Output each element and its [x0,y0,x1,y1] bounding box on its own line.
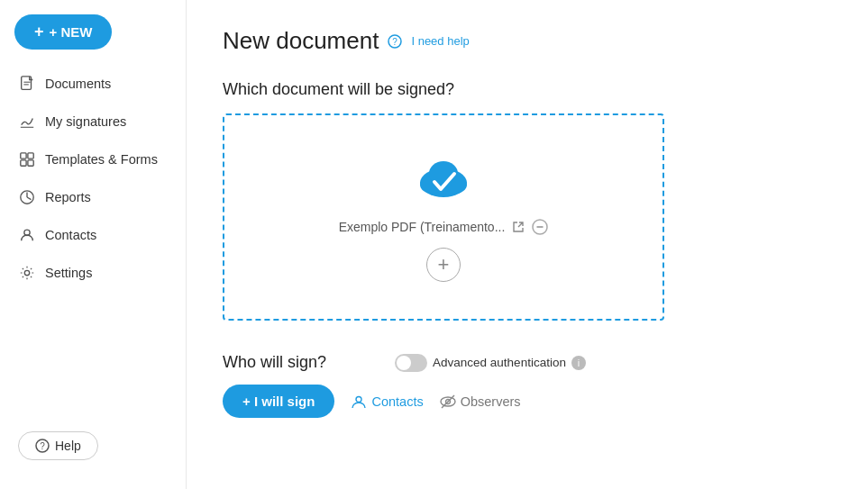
page-header: New document ? I need help [223,27,832,55]
auth-info-icon[interactable]: i [571,356,586,370]
observers-link[interactable]: Observers [440,394,521,410]
sidebar-item-templates-forms[interactable]: Templates & Forms [0,141,186,177]
settings-icon [18,264,36,282]
help-link-text: I need help [411,34,469,48]
observers-link-label: Observers [461,394,521,409]
auth-label: Advanced authentication [433,356,566,369]
page-title: New document [223,27,379,55]
svg-point-21 [356,396,361,402]
i-will-sign-button[interactable]: + I will sign [223,385,334,418]
plus-icon: + [34,23,44,41]
help-circle-icon: ? [35,439,50,453]
sidebar-item-contacts[interactable]: Contacts [0,217,186,253]
sign-buttons-row: + I will sign Contacts [223,385,832,418]
svg-rect-7 [28,160,33,166]
sidebar-item-reports-label: Reports [45,190,91,204]
svg-rect-6 [21,160,26,166]
sidebar-item-settings-label: Settings [45,266,92,280]
external-link-icon[interactable] [512,221,525,233]
help-button-label: Help [55,439,81,453]
help-question-icon: ? [388,34,402,49]
sidebar-item-settings[interactable]: Settings [0,255,186,291]
help-link[interactable]: I need help [411,34,469,48]
templates-icon [18,150,36,168]
new-button-label: + NEW [50,24,93,40]
sidebar-item-documents[interactable]: Documents [0,66,186,102]
cloud-upload-icon [412,152,475,206]
remove-file-icon[interactable] [532,219,548,235]
main-content: New document ? I need help Which documen… [187,0,868,489]
who-will-sign-section: Who will sign? Advanced authentication i… [223,353,832,418]
sidebar-item-my-signatures-label: My signatures [45,114,126,129]
contacts-link-label: Contacts [371,394,423,409]
sidebar-item-my-signatures[interactable]: My signatures [0,104,186,140]
svg-text:?: ? [40,441,45,451]
contacts-link[interactable]: Contacts [351,394,423,410]
sidebar-item-reports[interactable]: Reports [0,179,186,215]
advanced-auth-toggle[interactable] [395,354,427,372]
i-will-sign-label: + I will sign [242,394,315,409]
sidebar-item-templates-forms-label: Templates & Forms [45,152,158,167]
new-button-wrap: + + NEW [0,14,186,64]
sidebar: + + NEW Documents My signatures [0,0,187,489]
add-more-button[interactable]: + [426,248,461,282]
svg-point-10 [24,270,29,275]
contacts-icon [18,226,36,244]
observers-icon [440,394,456,410]
sidebar-item-contacts-label: Contacts [45,228,96,242]
svg-rect-5 [28,153,33,158]
file-name: Exemplo PDF (Treinamento... [339,220,506,234]
signature-icon [18,113,36,131]
file-info-row: Exemplo PDF (Treinamento... [339,219,549,235]
plus-icon: + [438,255,450,275]
reports-icon [18,188,36,206]
new-button[interactable]: + + NEW [14,14,112,50]
help-button-wrap: ? Help [0,417,186,475]
upload-zone[interactable]: Exemplo PDF (Treinamento... + [223,113,664,321]
svg-rect-4 [21,153,26,158]
document-icon [18,75,36,93]
sidebar-item-documents-label: Documents [45,77,111,91]
who-will-sign-title: Who will sign? [223,353,326,372]
which-document-title: Which document will be signed? [223,80,832,99]
help-button[interactable]: ? Help [18,431,98,460]
which-document-section: Which document will be signed? Exemplo P… [223,80,832,321]
auth-toggle-group: Advanced authentication i [395,354,586,372]
svg-text:?: ? [393,37,398,47]
contacts-link-icon [351,394,367,410]
